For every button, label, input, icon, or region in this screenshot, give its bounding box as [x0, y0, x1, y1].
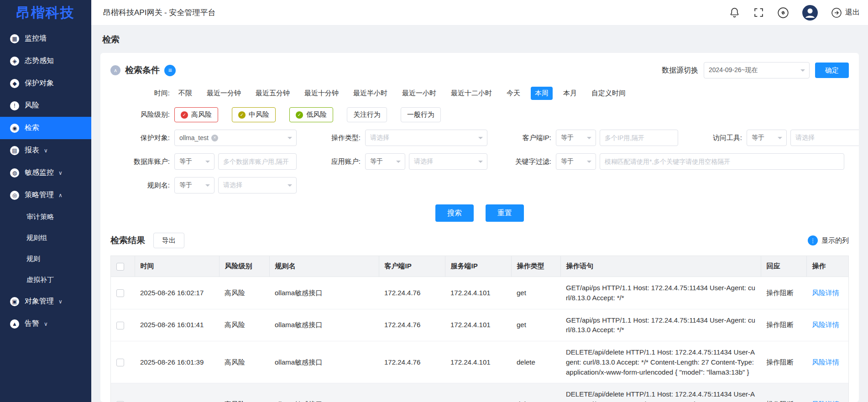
time-options: 不限最近一分钟最近五分钟最近十分钟最近半小时最近一小时最近十二小时今天本周本月自…	[174, 87, 630, 100]
sidebar-item-object-mgmt[interactable]: ▣对象管理∨	[0, 290, 91, 313]
keyword-op-select[interactable]: 等于	[556, 153, 596, 170]
sidebar-item-monitor-wall[interactable]: ▦监控墙	[0, 27, 91, 50]
time-option[interactable]: 自定义时间	[587, 87, 630, 100]
behavior-filter-button[interactable]: 一般行为	[401, 107, 441, 122]
sidebar-subitem-virtual-patch[interactable]: 虚拟补丁	[0, 269, 91, 290]
logout-button[interactable]: 退出	[831, 7, 860, 18]
search-button[interactable]: 搜索	[435, 204, 474, 222]
access-tool-op-select[interactable]: 等于	[747, 130, 787, 146]
sidebar-item-search[interactable]: ◉检索	[0, 117, 91, 139]
column-header[interactable]: 客户端IP	[379, 256, 445, 277]
db-account-input[interactable]	[218, 153, 297, 170]
risk-badge-icon: ✓	[296, 111, 303, 119]
behavior-filter-button[interactable]: 关注行为	[347, 107, 387, 122]
app-account-group: 应用账户: 等于 请选择	[301, 153, 492, 170]
access-tool-select[interactable]: 请选择	[790, 130, 859, 146]
sidebar-subitem-rule-group[interactable]: 规则组	[0, 227, 91, 248]
risk-level-button[interactable]: ✓中风险	[232, 107, 276, 122]
keyword-input[interactable]	[600, 153, 844, 170]
rule-name-label: 规则名:	[110, 181, 174, 190]
rule-name-op-select[interactable]: 等于	[174, 177, 214, 193]
time-option[interactable]: 最近一分钟	[203, 87, 245, 100]
datasource-select[interactable]: 2024-09-26~现在	[704, 62, 810, 78]
column-header[interactable]: 时间	[135, 256, 219, 277]
app-account-op-value: 等于	[370, 157, 383, 166]
sidebar-item-sensitive-monitor[interactable]: ◍敏感监控∨	[0, 162, 91, 184]
table-row[interactable]: 2025-08-26 16:01:39高风险ollama敏感接口172.24.4…	[111, 341, 848, 383]
time-option[interactable]: 最近五分钟	[251, 87, 294, 100]
show-columns-button[interactable]: ⋮ 显示的列	[808, 235, 849, 245]
time-option[interactable]: 最近一小时	[398, 87, 440, 100]
sidebar: 昂楷科技 ▦监控墙◈态势感知◆保护对象!风险◉检索▤报表∨◍敏感监控∨◎策略管理…	[0, 0, 91, 402]
time-label: 时间:	[110, 89, 174, 98]
reset-button[interactable]: 重置	[486, 204, 524, 222]
sidebar-item-reports[interactable]: ▤报表∨	[0, 139, 91, 162]
column-header[interactable]: 风险级别	[219, 256, 269, 277]
alarm-icon: ▲	[10, 319, 19, 329]
column-header[interactable]: 规则名	[269, 256, 379, 277]
risk-detail-link[interactable]: 风险详情	[812, 289, 839, 297]
table-row[interactable]: 2025-08-26 16:00:25高风险ollama敏感接口172.24.4…	[111, 383, 848, 402]
row-checkbox[interactable]	[116, 322, 124, 329]
export-button[interactable]: 导出	[153, 233, 184, 248]
time-option[interactable]: 最近十分钟	[300, 87, 343, 100]
filter-menu-icon[interactable]: ≡	[164, 65, 176, 76]
sidebar-item-label: 监控墙	[25, 34, 47, 43]
time-option[interactable]: 不限	[174, 87, 196, 100]
time-option[interactable]: 最近十二小时	[447, 87, 496, 100]
cell-checkbox	[111, 383, 135, 402]
risk-detail-link[interactable]: 风险详情	[812, 321, 839, 329]
app-account-select[interactable]: 请选择	[409, 153, 487, 170]
client-ip-input[interactable]	[600, 130, 678, 146]
client-ip-group: 客户端IP: 等于	[492, 130, 683, 146]
app-account-op-select[interactable]: 等于	[365, 153, 405, 170]
client-ip-op-select[interactable]: 等于	[556, 130, 596, 146]
sidebar-item-policy-mgmt[interactable]: ◎策略管理∧	[0, 184, 91, 206]
db-account-op-select[interactable]: 等于	[174, 153, 214, 170]
fullscreen-icon[interactable]	[753, 7, 764, 18]
risk-detail-link[interactable]: 风险详情	[812, 400, 839, 402]
protect-object-group: 保护对象: ollma_test ×	[110, 130, 301, 146]
risk-detail-link[interactable]: 风险详情	[812, 358, 839, 366]
confirm-button[interactable]: 确定	[815, 63, 849, 78]
chevron-down-icon	[288, 137, 292, 139]
column-header[interactable]: 操作	[806, 256, 848, 277]
risk-level-button[interactable]: ✓低风险	[289, 107, 333, 122]
time-option[interactable]: 本月	[559, 87, 581, 100]
sidebar-item-protected-objects[interactable]: ◆保护对象	[0, 72, 91, 94]
cell-risk-level: 高风险	[219, 341, 269, 383]
sidebar-item-situation-awareness[interactable]: ◈态势感知	[0, 50, 91, 72]
time-option[interactable]: 今天	[502, 87, 524, 100]
topbar: 昂楷科技API网关 - 安全管理平台 退出	[91, 0, 868, 26]
time-option[interactable]: 本周	[531, 87, 553, 100]
rule-name-select[interactable]: 请选择	[218, 177, 297, 193]
collapse-chevron-up-icon[interactable]: ∧	[110, 65, 120, 75]
risk-level-label: 风险级别:	[110, 110, 174, 119]
risk-level-label: 高风险	[191, 110, 212, 119]
link-icon[interactable]	[777, 7, 789, 19]
notification-bell-icon[interactable]	[729, 7, 740, 18]
op-type-select[interactable]: 请选择	[365, 130, 487, 146]
column-header[interactable]: 回应	[761, 256, 806, 277]
sidebar-subitem-audit-policy[interactable]: 审计策略	[0, 206, 91, 227]
column-header[interactable]: 服务端IP	[445, 256, 511, 277]
user-avatar[interactable]	[802, 5, 818, 21]
table-row[interactable]: 2025-08-26 16:01:41高风险ollama敏感接口172.24.4…	[111, 309, 848, 341]
column-header[interactable]: 操作语句	[560, 256, 761, 277]
table-row[interactable]: 2025-08-26 16:02:17高风险ollama敏感接口172.24.4…	[111, 277, 848, 309]
tag-remove-icon[interactable]: ×	[211, 135, 218, 141]
sidebar-item-risk[interactable]: !风险	[0, 94, 91, 117]
protect-object-select[interactable]: ollma_test ×	[174, 130, 297, 146]
risk-level-button[interactable]: ✓高风险	[174, 107, 218, 122]
sidebar-item-alerts[interactable]: ▲告警∨	[0, 313, 91, 335]
chevron-down-icon	[205, 184, 210, 187]
cell-rule-name: ollama敏感接口	[269, 341, 379, 383]
row-checkbox[interactable]	[116, 289, 124, 297]
cell-response: 操作阻断	[761, 341, 806, 383]
time-option[interactable]: 最近半小时	[349, 87, 392, 100]
select-all-checkbox[interactable]	[116, 263, 124, 271]
risk-alert-icon: !	[10, 101, 19, 110]
sidebar-subitem-rules[interactable]: 规则	[0, 248, 91, 269]
column-header[interactable]: 操作类型	[511, 256, 560, 277]
row-checkbox[interactable]	[116, 359, 124, 366]
